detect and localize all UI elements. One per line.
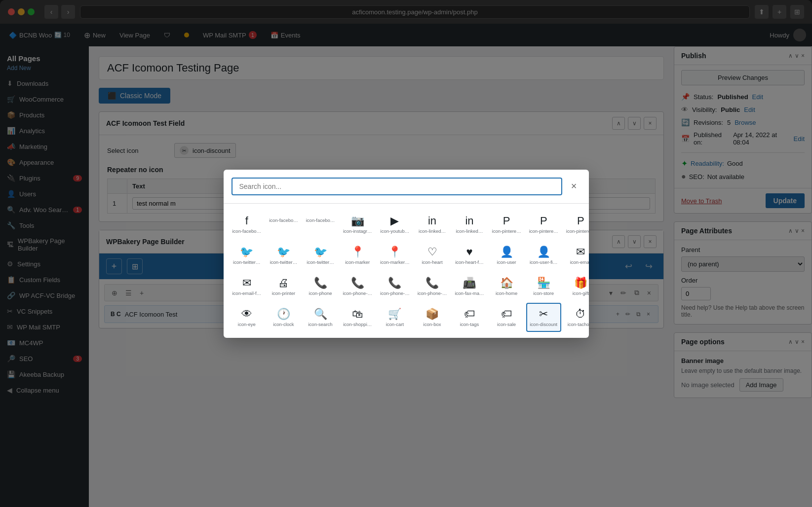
icon-item-icon-home[interactable]: 🏠icon-home (489, 272, 524, 301)
icon-item-icon-phone-2[interactable]: 📞icon-phone-… (340, 272, 375, 301)
icon-item-icon-phone-3[interactable]: 📞icon-phone-… (377, 272, 413, 301)
icon-item-icon-tags[interactable]: 🏷icon-tags (452, 303, 487, 332)
icon-item-icon-user-2[interactable]: 👤icon-user-fi… (526, 241, 561, 270)
icon-label-icon-marker-1: icon-marker (345, 259, 370, 265)
icon-glyph-icon-box: 📦 (425, 309, 439, 320)
icon-item-icon-linkedin-2[interactable]: inicon-linked… (452, 210, 487, 239)
icon-glyph-icon-youtube: ▶ (390, 216, 399, 226)
icon-item-icon-shopping[interactable]: 🛍icon-shoppi… (340, 303, 375, 332)
icon-glyph-icon-email: ✉ (576, 247, 585, 257)
icon-label-icon-fax: icon-fax-ma… (455, 290, 484, 296)
icon-glyph-icon-marker-2: 📍 (388, 247, 401, 257)
icon-item-icon-tacho[interactable]: ⏱icon-tacho… (563, 303, 589, 332)
icon-item-icon-email[interactable]: ✉icon-email (563, 241, 589, 270)
icon-label-icon-twitter-2: icon-twitter… (270, 259, 297, 265)
icon-label-icon-phone-3: icon-phone-… (380, 290, 410, 296)
icon-item-icon-email-f[interactable]: ✉icon-email-f… (230, 272, 265, 301)
icon-label-icon-user-1: icon-user (497, 259, 516, 265)
icon-picker-modal-overlay[interactable]: × ficon-facebo…icon-facebo…icon-facebo…📷… (0, 0, 812, 507)
icon-label-icon-facebook-3: icon-facebo… (306, 217, 335, 223)
icon-item-icon-facebook-1[interactable]: ficon-facebo… (230, 210, 265, 239)
icon-label-icon-clock: icon-clock (273, 322, 294, 327)
icon-label-icon-linkedin-1: icon-linked… (419, 228, 446, 234)
icon-label-icon-pinterest-3: icon-pintere… (566, 228, 589, 234)
icon-item-icon-cart[interactable]: 🛒icon-cart (377, 303, 413, 332)
icon-label-icon-youtube: icon-youtub… (381, 228, 410, 234)
icon-glyph-icon-eye: 👁 (241, 309, 252, 320)
icon-glyph-icon-shopping: 🛍 (352, 309, 363, 320)
icon-item-icon-instagram[interactable]: 📷icon-instagr… (340, 210, 375, 239)
icon-glyph-icon-pinterest-3: P (577, 216, 584, 226)
icon-item-icon-box[interactable]: 📦icon-box (415, 303, 450, 332)
icon-item-icon-printer[interactable]: 🖨icon-printer (266, 272, 301, 301)
icon-search-input[interactable] (232, 178, 562, 195)
icon-glyph-icon-tags: 🏷 (464, 309, 475, 320)
icons-grid: ficon-facebo…icon-facebo…icon-facebo…📷ic… (230, 210, 583, 332)
icon-item-icon-twitter-2[interactable]: 🐦icon-twitter… (266, 241, 301, 270)
icon-item-icon-clock[interactable]: 🕐icon-clock (266, 303, 301, 332)
icon-item-icon-search[interactable]: 🔍icon-search (303, 303, 338, 332)
icon-item-icon-store[interactable]: 🏪icon-store (526, 272, 561, 301)
icon-item-icon-user-1[interactable]: 👤icon-user (489, 241, 524, 270)
icon-label-icon-email-f: icon-email-f… (232, 290, 262, 296)
modal-icons-grid-container: ficon-facebo…icon-facebo…icon-facebo…📷ic… (224, 204, 589, 338)
icon-glyph-icon-printer: 🖨 (278, 278, 289, 289)
icon-label-icon-facebook-2: icon-facebo… (269, 217, 298, 223)
icon-glyph-icon-fax: 📠 (463, 278, 476, 289)
icon-label-icon-discount: icon-discount (530, 322, 557, 327)
icon-glyph-icon-twitter-3: 🐦 (314, 247, 327, 257)
icon-label-icon-cart: icon-cart (386, 322, 404, 327)
icon-item-icon-fax[interactable]: 📠icon-fax-ma… (452, 272, 487, 301)
icon-item-icon-phone-1[interactable]: 📞icon-phone (303, 272, 338, 301)
icon-glyph-icon-phone-4: 📞 (425, 278, 439, 289)
icon-item-icon-linkedin-1[interactable]: inicon-linked… (415, 210, 450, 239)
icon-item-icon-heart-1[interactable]: ♡icon-heart (415, 241, 450, 270)
icon-item-icon-marker-2[interactable]: 📍icon-marker… (377, 241, 413, 270)
icon-glyph-icon-gift: 🎁 (574, 278, 587, 289)
icon-label-icon-email: icon-email (570, 259, 589, 265)
icon-item-icon-pinterest-3[interactable]: Picon-pintere… (563, 210, 589, 239)
icon-label-icon-phone-4: icon-phone-… (418, 290, 447, 296)
icon-item-icon-pinterest-1[interactable]: Picon-pintere… (489, 210, 524, 239)
modal-close-button[interactable]: × (567, 179, 581, 194)
icon-label-icon-pinterest-2: icon-pintere… (529, 228, 558, 234)
icon-glyph-icon-store: 🏪 (537, 278, 550, 289)
icon-glyph-icon-heart-1: ♡ (427, 247, 437, 257)
icon-item-icon-discount[interactable]: ✂icon-discount (526, 303, 561, 332)
icon-glyph-icon-twitter-1: 🐦 (240, 247, 253, 257)
icon-label-icon-heart-2: icon-heart-f… (455, 259, 484, 265)
icon-item-icon-sale[interactable]: 🏷icon-sale (489, 303, 524, 332)
icon-item-icon-eye[interactable]: 👁icon-eye (230, 303, 265, 332)
icon-label-icon-instagram: icon-instagr… (343, 228, 372, 234)
icon-glyph-icon-discount: ✂ (539, 309, 548, 320)
icon-glyph-icon-linkedin-2: in (465, 216, 473, 226)
icon-label-icon-twitter-3: icon-twitter… (307, 259, 334, 265)
icon-item-icon-marker-1[interactable]: 📍icon-marker (340, 241, 375, 270)
icon-label-icon-search: icon-search (309, 322, 333, 327)
icon-label-icon-marker-2: icon-marker… (380, 259, 410, 265)
icon-glyph-icon-tacho: ⏱ (575, 309, 586, 320)
icon-glyph-icon-clock: 🕐 (277, 309, 290, 320)
icon-picker-modal: × ficon-facebo…icon-facebo…icon-facebo…📷… (224, 170, 589, 338)
icon-item-icon-pinterest-2[interactable]: Picon-pintere… (526, 210, 561, 239)
icon-item-icon-gift[interactable]: 🎁icon-gift (563, 272, 589, 301)
icon-item-icon-twitter-3[interactable]: 🐦icon-twitter… (303, 241, 338, 270)
icon-label-icon-box: icon-box (424, 322, 441, 327)
icon-glyph-icon-sale: 🏷 (501, 309, 512, 320)
icon-item-icon-facebook-3[interactable]: icon-facebo… (303, 210, 338, 239)
icon-item-icon-phone-4[interactable]: 📞icon-phone-… (415, 272, 450, 301)
icon-glyph-icon-user-2: 👤 (537, 247, 550, 257)
icon-label-icon-eye: icon-eye (238, 322, 256, 327)
icon-glyph-icon-phone-1: 📞 (314, 278, 327, 289)
icon-item-icon-facebook-2[interactable]: icon-facebo… (266, 210, 301, 239)
icon-label-icon-phone-1: icon-phone (309, 290, 332, 296)
icon-label-icon-tacho: icon-tacho… (568, 322, 589, 327)
icon-glyph-icon-facebook-1: f (245, 216, 248, 226)
icon-item-icon-heart-2[interactable]: ♥icon-heart-f… (452, 241, 487, 270)
icon-item-icon-twitter-1[interactable]: 🐦icon-twitter… (230, 241, 265, 270)
icon-glyph-icon-instagram: 📷 (351, 216, 364, 226)
icon-glyph-icon-twitter-2: 🐦 (277, 247, 290, 257)
icon-label-icon-store: icon-store (533, 290, 554, 296)
icon-label-icon-sale: icon-sale (497, 322, 516, 327)
icon-item-icon-youtube[interactable]: ▶icon-youtub… (377, 210, 413, 239)
